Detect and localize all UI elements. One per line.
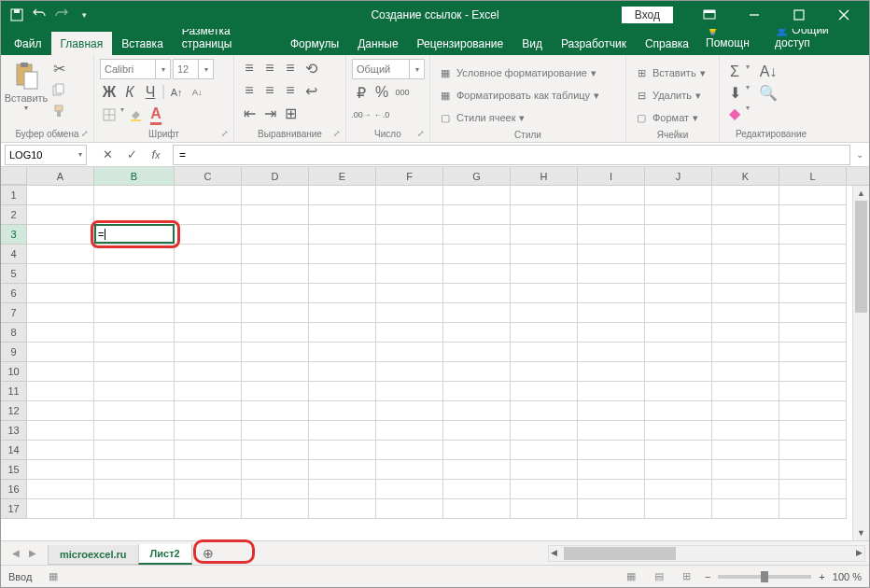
enter-formula-icon[interactable]: ✓ bbox=[120, 145, 143, 165]
cell[interactable] bbox=[376, 186, 443, 205]
cell[interactable] bbox=[27, 441, 94, 460]
cells-area[interactable]: = bbox=[27, 186, 869, 519]
borders-icon[interactable] bbox=[100, 105, 119, 124]
cell[interactable] bbox=[175, 303, 242, 323]
cell[interactable] bbox=[309, 362, 376, 382]
cell[interactable] bbox=[645, 421, 712, 441]
col-header-I[interactable]: I bbox=[578, 167, 645, 185]
cell[interactable] bbox=[175, 362, 242, 382]
decrease-decimal-icon[interactable]: ←.0 bbox=[372, 105, 391, 124]
cell[interactable] bbox=[309, 284, 376, 303]
cell[interactable] bbox=[645, 499, 712, 519]
cell[interactable] bbox=[578, 205, 645, 225]
cell[interactable] bbox=[645, 480, 712, 499]
cell[interactable] bbox=[175, 264, 242, 284]
cell[interactable] bbox=[27, 401, 94, 421]
cell[interactable] bbox=[443, 421, 511, 441]
cell[interactable] bbox=[779, 480, 847, 499]
cell[interactable] bbox=[94, 186, 175, 205]
cell[interactable] bbox=[779, 382, 847, 401]
normal-view-icon[interactable]: ▦ bbox=[621, 568, 641, 585]
cell[interactable] bbox=[578, 460, 645, 480]
delete-cells-button[interactable]: ⊟Удалить ▾ bbox=[632, 85, 703, 105]
cell[interactable] bbox=[645, 323, 712, 343]
fill-icon[interactable]: ⬇ bbox=[725, 83, 744, 102]
cell[interactable] bbox=[443, 401, 511, 421]
underline-button[interactable]: Ч bbox=[141, 83, 160, 102]
cell[interactable] bbox=[94, 323, 175, 343]
col-header-H[interactable]: H bbox=[511, 167, 578, 185]
cell[interactable] bbox=[712, 382, 779, 401]
cell[interactable] bbox=[309, 421, 376, 441]
cell[interactable] bbox=[175, 205, 242, 225]
col-header-C[interactable]: C bbox=[175, 167, 242, 185]
cell[interactable] bbox=[779, 205, 847, 225]
cell[interactable] bbox=[309, 303, 376, 323]
cell[interactable] bbox=[511, 245, 578, 264]
row-header-4[interactable]: 4 bbox=[1, 245, 27, 264]
align-middle-icon[interactable]: ≡ bbox=[260, 59, 279, 77]
increase-font-icon[interactable]: A↑ bbox=[167, 83, 186, 102]
cell[interactable] bbox=[27, 186, 94, 205]
cell[interactable] bbox=[27, 362, 94, 382]
cell[interactable] bbox=[712, 323, 779, 343]
cell[interactable] bbox=[443, 303, 511, 323]
clear-icon[interactable]: ◆ bbox=[725, 104, 744, 122]
cell[interactable] bbox=[645, 460, 712, 480]
cell[interactable] bbox=[94, 382, 175, 401]
cell[interactable] bbox=[376, 460, 443, 480]
currency-icon[interactable]: ₽ bbox=[352, 83, 371, 102]
row-header-11[interactable]: 11 bbox=[1, 382, 27, 401]
font-launcher-icon[interactable]: ⤢ bbox=[218, 127, 232, 140]
cell[interactable] bbox=[309, 480, 376, 499]
cell[interactable] bbox=[242, 441, 309, 460]
cell[interactable] bbox=[779, 225, 847, 245]
cell[interactable] bbox=[94, 303, 175, 323]
tab-developer[interactable]: Разработчик bbox=[552, 32, 636, 55]
cell[interactable] bbox=[242, 186, 309, 205]
cell[interactable] bbox=[175, 245, 242, 264]
cell[interactable] bbox=[94, 460, 175, 480]
login-button[interactable]: Вход bbox=[622, 7, 673, 23]
insert-function-icon[interactable]: fx bbox=[145, 145, 167, 165]
row-header-5[interactable]: 5 bbox=[1, 264, 27, 284]
cell[interactable] bbox=[511, 382, 578, 401]
sheet-nav-next-icon[interactable]: ▶ bbox=[25, 548, 40, 558]
tab-help[interactable]: Справка bbox=[636, 32, 698, 55]
cell[interactable] bbox=[309, 499, 376, 519]
cut-icon[interactable]: ✂ bbox=[49, 59, 68, 77]
cell[interactable] bbox=[175, 343, 242, 362]
cell[interactable] bbox=[94, 284, 175, 303]
cell[interactable] bbox=[578, 441, 645, 460]
expand-formula-icon[interactable]: ⌄ bbox=[850, 149, 869, 160]
tab-view[interactable]: Вид bbox=[512, 32, 552, 55]
scroll-up-icon[interactable]: ▲ bbox=[853, 186, 869, 201]
cell[interactable] bbox=[511, 284, 578, 303]
cell[interactable] bbox=[175, 441, 242, 460]
cell[interactable] bbox=[712, 362, 779, 382]
row-header-13[interactable]: 13 bbox=[1, 421, 27, 441]
cell[interactable] bbox=[578, 303, 645, 323]
cell[interactable] bbox=[578, 421, 645, 441]
cell[interactable] bbox=[511, 186, 578, 205]
cell[interactable] bbox=[27, 480, 94, 499]
cell[interactable] bbox=[779, 323, 847, 343]
undo-icon[interactable] bbox=[31, 7, 48, 23]
cell[interactable] bbox=[376, 225, 443, 245]
cell[interactable] bbox=[511, 362, 578, 382]
hscroll-thumb[interactable] bbox=[564, 547, 676, 560]
cell[interactable] bbox=[511, 499, 578, 519]
cell[interactable] bbox=[27, 343, 94, 362]
cell[interactable] bbox=[27, 205, 94, 225]
cell[interactable] bbox=[645, 264, 712, 284]
cell[interactable] bbox=[27, 284, 94, 303]
cell[interactable] bbox=[578, 499, 645, 519]
active-cell[interactable]: = bbox=[94, 224, 175, 244]
cell[interactable] bbox=[712, 480, 779, 499]
cell[interactable] bbox=[578, 362, 645, 382]
cell[interactable] bbox=[309, 382, 376, 401]
cell[interactable] bbox=[94, 421, 175, 441]
cell[interactable] bbox=[443, 245, 511, 264]
format-as-table-button[interactable]: ▦Форматировать как таблицу ▾ bbox=[436, 85, 601, 105]
number-launcher-icon[interactable]: ⤢ bbox=[414, 127, 428, 140]
